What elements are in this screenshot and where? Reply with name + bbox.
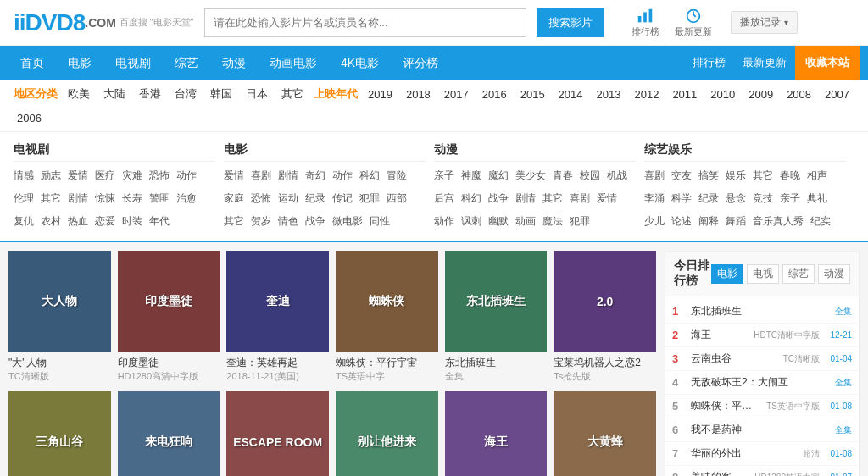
category-tag[interactable]: 美少女 <box>515 169 546 183</box>
region-dalu[interactable]: 大陆 <box>100 85 129 103</box>
region-kr[interactable]: 韩国 <box>207 85 236 103</box>
category-tag[interactable]: 爱情 <box>597 191 617 206</box>
category-tag[interactable]: 娱乐 <box>726 169 746 183</box>
category-tag[interactable]: 西部 <box>387 191 407 206</box>
region-ousmei[interactable]: 欧美 <box>64 85 93 103</box>
category-tag[interactable]: 科幻 <box>461 191 481 206</box>
rank-tab[interactable]: 综艺 <box>782 264 815 284</box>
year-2010[interactable]: 2010 <box>707 86 738 102</box>
category-tag[interactable]: 灾难 <box>122 169 142 183</box>
year-2013[interactable]: 2013 <box>593 86 625 102</box>
category-tag[interactable]: 奇幻 <box>305 169 326 183</box>
category-tag[interactable]: 爱情 <box>224 169 244 183</box>
category-tag[interactable]: 其它 <box>542 191 563 206</box>
year-2008[interactable]: 2008 <box>783 86 815 102</box>
category-tag[interactable]: 爱情 <box>68 169 88 183</box>
category-tag[interactable]: 科学 <box>671 191 692 206</box>
category-tag[interactable]: 贺岁 <box>251 214 271 229</box>
category-tag[interactable]: 喜剧 <box>644 169 665 183</box>
movie-item[interactable]: 东北插班生 东北插班生 全集 <box>445 251 548 383</box>
category-tag[interactable]: 神魔 <box>461 169 481 183</box>
category-tag[interactable]: 恐怖 <box>149 169 170 183</box>
new-icon-item[interactable]: 最新更新 <box>675 7 712 38</box>
rank-row[interactable]: 7 华丽的外出 超清 01-08 <box>665 442 859 466</box>
category-tag[interactable]: 相声 <box>807 169 827 183</box>
nav-rank[interactable]: 排行榜 <box>684 46 734 80</box>
region-tw[interactable]: 台湾 <box>171 85 200 103</box>
category-tag[interactable]: 动作 <box>176 169 197 183</box>
rank-row[interactable]: 8 美味的客房沙龙服务 HD1280韩语中字 01-07 <box>665 466 859 476</box>
category-tag[interactable]: 运动 <box>278 191 298 206</box>
category-tag[interactable]: 传记 <box>332 191 353 206</box>
category-tag[interactable]: 情色 <box>278 214 298 229</box>
category-tag[interactable]: 冒险 <box>387 169 407 183</box>
category-tag[interactable]: 李涌 <box>644 191 665 206</box>
category-tag[interactable]: 机战 <box>607 169 627 183</box>
category-tag[interactable]: 恐怖 <box>251 191 271 206</box>
year-2018[interactable]: 2018 <box>403 86 434 102</box>
region-other[interactable]: 其它 <box>278 85 307 103</box>
nav-rating[interactable]: 评分榜 <box>391 46 450 80</box>
search-button[interactable]: 搜索影片 <box>537 8 604 37</box>
category-tag[interactable]: 犯罪 <box>359 191 380 206</box>
rank-row[interactable]: 2 海王 HDTC清晰中字版 12-21 <box>665 324 859 347</box>
category-tag[interactable]: 亲子 <box>434 169 454 183</box>
category-tag[interactable]: 家庭 <box>224 191 244 206</box>
rank-tab[interactable]: 电视 <box>747 264 779 284</box>
category-tag[interactable]: 少儿 <box>644 214 665 229</box>
year-2019[interactable]: 2019 <box>364 86 396 102</box>
category-tag[interactable]: 论述 <box>671 214 692 229</box>
nav-4k[interactable]: 4K电影 <box>329 46 391 80</box>
movie-item[interactable]: 大人物 "大"人物 TC清晰版 <box>8 251 111 383</box>
category-tag[interactable]: 战争 <box>305 214 326 229</box>
category-tag[interactable]: 其它 <box>753 169 773 183</box>
category-tag[interactable]: 动作 <box>434 214 454 229</box>
year-2014[interactable]: 2014 <box>555 86 587 102</box>
category-tag[interactable]: 长寿 <box>122 191 142 206</box>
category-tag[interactable]: 青春 <box>553 169 573 183</box>
category-tag[interactable]: 魔幻 <box>488 169 509 183</box>
category-tag[interactable]: 音乐真人秀 <box>753 214 804 229</box>
nav-tv[interactable]: 电视剧 <box>103 46 163 80</box>
rank-tab[interactable]: 电影 <box>711 264 743 284</box>
nav-home[interactable]: 首页 <box>8 46 56 80</box>
movie-item[interactable]: 大黄蜂 大黄蜂 <box>554 391 656 476</box>
category-tag[interactable]: 校园 <box>580 169 600 183</box>
category-tag[interactable]: 励志 <box>41 169 61 183</box>
category-tag[interactable]: 阐释 <box>698 214 719 229</box>
category-tag[interactable]: 惊悚 <box>95 191 115 206</box>
region-jp[interactable]: 日本 <box>242 85 271 103</box>
category-tag[interactable]: 纪录 <box>305 191 326 206</box>
category-tag[interactable]: 动画 <box>515 214 536 229</box>
category-tag[interactable]: 年代 <box>149 214 170 229</box>
rank-row[interactable]: 1 东北插班生 全集 <box>665 300 859 324</box>
rank-tab[interactable]: 动漫 <box>818 264 850 284</box>
category-tag[interactable]: 后宫 <box>434 191 454 206</box>
category-tag[interactable]: 复仇 <box>14 214 34 229</box>
category-tag[interactable]: 讽刺 <box>461 214 481 229</box>
category-tag[interactable]: 医疗 <box>95 169 115 183</box>
play-record-button[interactable]: 播放记录 <box>731 11 798 34</box>
category-tag[interactable]: 警匪 <box>149 191 170 206</box>
rank-row[interactable]: 5 蜘蛛侠：平行宇宙 TS英语中字版 01-08 <box>665 395 859 418</box>
nav-anime[interactable]: 动漫 <box>210 46 258 80</box>
movie-item[interactable]: 来电狂响 来电狂响 <box>118 391 220 476</box>
year-2016[interactable]: 2016 <box>479 86 510 102</box>
year-2012[interactable]: 2012 <box>631 86 662 102</box>
category-tag[interactable]: 动作 <box>332 169 353 183</box>
movie-item[interactable]: ESCAPE ROOM 密室逃生 <box>226 391 329 476</box>
category-tag[interactable]: 剧情 <box>68 191 88 206</box>
category-tag[interactable]: 纪录 <box>698 191 719 206</box>
year-2006[interactable]: 2006 <box>14 110 45 126</box>
category-tag[interactable]: 喜剧 <box>570 191 590 206</box>
rank-icon-item[interactable]: 排行榜 <box>632 7 659 38</box>
nav-variety[interactable]: 综艺 <box>163 46 210 80</box>
year-2017[interactable]: 2017 <box>441 86 472 102</box>
rank-row[interactable]: 4 无敌破坏王2：大闹互 全集 <box>665 371 859 395</box>
nav-movie[interactable]: 电影 <box>56 46 103 80</box>
rank-row[interactable]: 3 云南虫谷 TC清晰版 01-04 <box>665 347 859 371</box>
category-tag[interactable]: 治愈 <box>176 191 197 206</box>
movie-item[interactable]: 三角山谷 三角山谷 <box>8 391 111 476</box>
nav-collect[interactable]: 收藏本站 <box>795 46 860 80</box>
nav-newest[interactable]: 最新更新 <box>734 46 795 80</box>
